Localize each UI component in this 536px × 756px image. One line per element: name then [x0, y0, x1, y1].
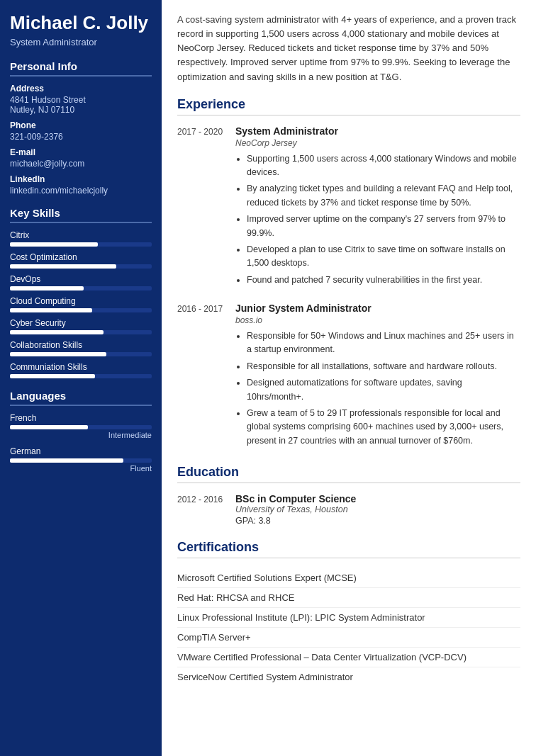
skill-item: Cloud Computing	[10, 296, 152, 312]
experience-entry: 2017 - 2020 System Administrator NeoCorp…	[177, 125, 520, 290]
skill-bar-fill	[10, 242, 98, 247]
experience-list: 2017 - 2020 System Administrator NeoCorp…	[177, 125, 520, 451]
experience-heading: Experience	[177, 97, 520, 115]
exp-job-title: Junior System Administrator	[235, 303, 520, 314]
skill-item: Citrix	[10, 230, 152, 247]
exp-dates: 2016 - 2017	[177, 303, 225, 451]
sidebar: Michael C. Jolly System Administrator Pe…	[0, 0, 162, 756]
language-name: French	[10, 413, 152, 423]
skill-bar-fill	[10, 352, 106, 356]
bullet-item: Responsible for 50+ Windows and Linux ma…	[247, 329, 520, 357]
bullet-item: Designed automatizations for software up…	[247, 376, 520, 404]
edu-school: University of Texas, Houston	[235, 504, 520, 514]
certification-item: CompTIA Server+	[177, 628, 520, 648]
certification-item: Red Hat: RHCSA and RHCE	[177, 588, 520, 608]
language-bar-fill	[10, 425, 88, 429]
candidate-name: Michael C. Jolly	[10, 13, 152, 34]
address-label: Address	[10, 84, 152, 94]
email-label: E-mail	[10, 147, 152, 157]
certification-item: VMware Certified Professional – Data Cen…	[177, 648, 520, 667]
exp-bullets: Responsible for 50+ Windows and Linux ma…	[235, 329, 520, 448]
language-item: German Fluent	[10, 446, 152, 473]
skill-bar-bg	[10, 308, 152, 312]
phone-value: 321-009-2376	[10, 132, 152, 142]
certification-item: ServiceNow Certified System Administrato…	[177, 667, 520, 687]
skill-item: Cost Optimization	[10, 252, 152, 269]
bullet-item: Improved server uptime on the company's …	[247, 213, 520, 240]
skill-bar-fill	[10, 264, 116, 269]
skills-heading: Key Skills	[10, 207, 152, 223]
education-section: Education 2012 - 2016 BSc in Computer Sc…	[177, 465, 520, 526]
certifications-heading: Certifications	[177, 540, 520, 558]
skill-item: Communiation Skills	[10, 362, 152, 378]
edu-content: BSc in Computer Science University of Te…	[235, 493, 520, 526]
skill-name: Communiation Skills	[10, 362, 152, 372]
skill-bar-bg	[10, 242, 152, 247]
languages-heading: Languages	[10, 390, 152, 406]
education-entry: 2012 - 2016 BSc in Computer Science Univ…	[177, 493, 520, 526]
language-bar-bg	[10, 425, 152, 429]
bullet-item: Grew a team of 5 to 29 IT professionals …	[247, 407, 520, 448]
skill-name: Cloud Computing	[10, 296, 152, 306]
experience-entry: 2016 - 2017 Junior System Administrator …	[177, 303, 520, 451]
exp-company: boss.io	[235, 315, 520, 325]
edu-dates: 2012 - 2016	[177, 493, 225, 526]
exp-dates: 2017 - 2020	[177, 125, 225, 290]
skill-item: DevOps	[10, 274, 152, 290]
bullet-item: Supporting 1,500 users across 4,000 stat…	[247, 152, 520, 180]
certifications-section: Certifications Microsoft Certified Solut…	[177, 540, 520, 687]
skill-bar-bg	[10, 286, 152, 290]
skill-name: Cost Optimization	[10, 252, 152, 262]
linkedin-label: LinkedIn	[10, 174, 152, 184]
skills-list: Citrix Cost Optimization DevOps Cloud Co…	[10, 230, 152, 378]
language-item: French Intermediate	[10, 413, 152, 439]
linkedin-value: linkedin.com/michaelcjolly	[10, 186, 152, 196]
certification-item: Linux Professional Institute (LPI): LPIC…	[177, 608, 520, 628]
address-value: 4841 Hudson StreetNutley, NJ 07110	[10, 95, 152, 115]
certifications-list: Microsoft Certified Solutions Expert (MC…	[177, 568, 520, 687]
edu-degree: BSc in Computer Science	[235, 493, 520, 504]
language-level: Intermediate	[10, 431, 152, 439]
bullet-item: Responsible for all installations, softw…	[247, 360, 520, 373]
bullet-item: Developed a plan to use Citrix to save t…	[247, 243, 520, 271]
bullet-item: Found and patched 7 security vulnerabili…	[247, 273, 520, 287]
edu-gpa: GPA: 3.8	[235, 516, 520, 526]
education-list: 2012 - 2016 BSc in Computer Science Univ…	[177, 493, 520, 526]
bullet-item: By analyzing ticket types and building a…	[247, 182, 520, 210]
skill-bar-fill	[10, 286, 84, 290]
skill-name: Citrix	[10, 230, 152, 240]
skill-item: Cyber Security	[10, 318, 152, 334]
language-bar-fill	[10, 458, 123, 463]
skill-bar-fill	[10, 374, 95, 378]
skill-name: Collaboration Skills	[10, 340, 152, 350]
email-value: michaelc@jolly.com	[10, 159, 152, 169]
main-content: A cost-saving system administrator with …	[162, 0, 536, 756]
phone-label: Phone	[10, 120, 152, 130]
exp-job-title: System Administrator	[235, 125, 520, 137]
exp-content: System Administrator NeoCorp Jersey Supp…	[235, 125, 520, 290]
education-heading: Education	[177, 465, 520, 483]
skill-bar-fill	[10, 330, 104, 334]
skill-name: DevOps	[10, 274, 152, 284]
languages-list: French Intermediate German Fluent	[10, 413, 152, 473]
language-level: Fluent	[10, 464, 152, 473]
exp-bullets: Supporting 1,500 users across 4,000 stat…	[235, 152, 520, 287]
skill-bar-bg	[10, 374, 152, 378]
summary-text: A cost-saving system administrator with …	[177, 13, 520, 84]
exp-company: NeoCorp Jersey	[235, 138, 520, 148]
experience-section: Experience 2017 - 2020 System Administra…	[177, 97, 520, 451]
language-name: German	[10, 446, 152, 456]
personal-info-heading: Personal Info	[10, 60, 152, 77]
skill-bar-fill	[10, 308, 92, 312]
skill-bar-bg	[10, 352, 152, 356]
skill-bar-bg	[10, 264, 152, 269]
language-bar-bg	[10, 458, 152, 463]
skill-name: Cyber Security	[10, 318, 152, 328]
skill-bar-bg	[10, 330, 152, 334]
skill-item: Collaboration Skills	[10, 340, 152, 356]
exp-content: Junior System Administrator boss.io Resp…	[235, 303, 520, 451]
candidate-title: System Administrator	[10, 37, 152, 47]
certification-item: Microsoft Certified Solutions Expert (MC…	[177, 568, 520, 588]
